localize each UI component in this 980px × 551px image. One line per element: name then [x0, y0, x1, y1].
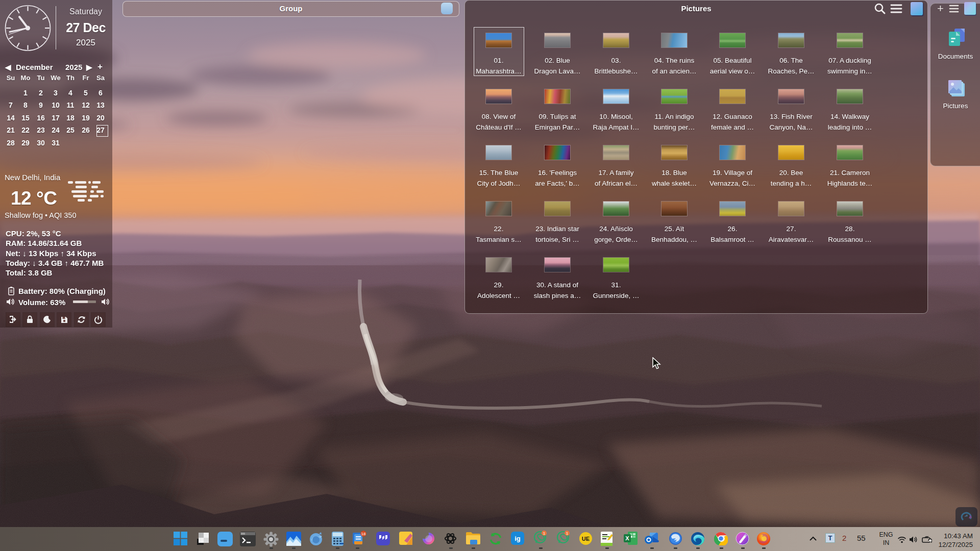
svg-text:X: X [625, 535, 629, 541]
svg-text:1: 1 [566, 531, 568, 536]
svg-text:18: 18 [361, 532, 366, 536]
svg-text:UE: UE [582, 536, 590, 542]
svg-text:1: 1 [543, 531, 545, 536]
svg-text:ig: ig [514, 535, 521, 542]
